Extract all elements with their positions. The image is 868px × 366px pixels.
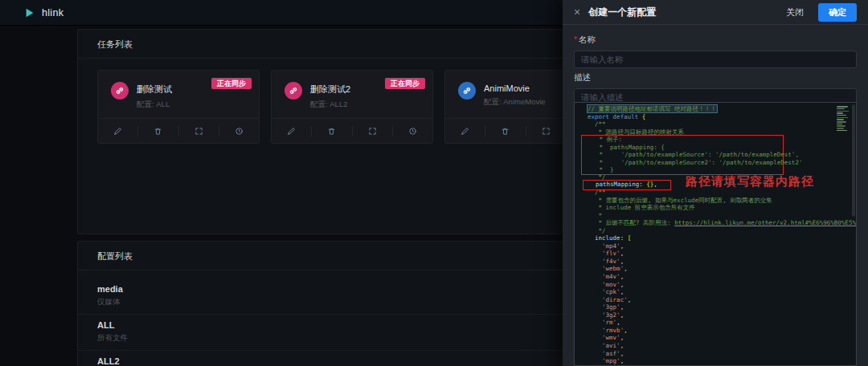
- minimap-mark: [837, 128, 844, 129]
- task-title: 删除测试2: [310, 83, 350, 96]
- name-input[interactable]: [574, 51, 857, 68]
- task-link-icon: [458, 82, 476, 100]
- editor-minimap: [837, 105, 850, 132]
- red-highlight-box: * 例子: * pathsMapping: { * '/path/to/exam…: [581, 135, 784, 175]
- code-line: * '/path/to/exampleSource2': '/path/to/e…: [588, 159, 783, 167]
- confirm-button[interactable]: 确定: [818, 3, 857, 22]
- description-label: 描述: [574, 72, 857, 83]
- code-line: '3gp',: [588, 303, 856, 311]
- name-label: 名称: [574, 35, 857, 46]
- minimap-mark: [837, 115, 846, 116]
- minimap-mark: [837, 108, 845, 110]
- code-line: 'mp4',: [588, 242, 856, 250]
- app-root: hlink 任务列表 删除测试配置: ALL正在同步删除测试2配置: ALL2正…: [0, 0, 868, 366]
- code-line: 'cpk',: [588, 288, 856, 296]
- delete-icon[interactable]: [152, 125, 164, 137]
- code-line: 'mpg',: [588, 357, 856, 365]
- divider: [526, 126, 526, 136]
- delete-icon[interactable]: [326, 125, 338, 137]
- code-line: 'mov',: [588, 281, 856, 289]
- task-config-ref: 配置: ALL2: [310, 100, 350, 110]
- code-line: * '/path/to/exampleSource': '/path/to/ex…: [588, 151, 783, 159]
- code-line: // 重要说明路径地址都请填写 绝对路径！！！: [588, 105, 856, 113]
- code-line: * 需要包含的后缀, 如果与exclude同时配置, 则取两者的交集: [588, 197, 856, 205]
- minimap-mark: [837, 112, 843, 114]
- code-line: 'f4v',: [588, 258, 856, 266]
- code-line: * 例子:: [588, 136, 783, 144]
- task-status-badge: 正在同步: [211, 78, 252, 89]
- code-line: * include 留空表示包含所有文件: [588, 204, 856, 212]
- close-icon[interactable]: ×: [574, 6, 580, 18]
- code-editor: // 重要说明路径地址都请填写 绝对路径！！！export default { …: [574, 102, 857, 366]
- minimap-mark: [837, 121, 846, 123]
- code-line: 'm4v',: [588, 273, 856, 281]
- close-button[interactable]: 关闭: [780, 3, 810, 22]
- task-card: 删除测试配置: ALL正在同步: [97, 70, 260, 144]
- task-link-icon: [111, 82, 129, 100]
- drawer-title: 创建一个新配置: [588, 6, 772, 19]
- task-link-icon: [285, 82, 302, 100]
- divider: [485, 126, 485, 136]
- minimap-mark: [837, 111, 849, 112]
- task-title: 删除测试: [137, 83, 172, 96]
- expand-icon[interactable]: [193, 125, 205, 137]
- drawer-header: × 创建一个新配置 关闭 确定: [563, 0, 868, 25]
- code-line: * pathsMapping: {: [588, 144, 783, 152]
- divider: [311, 126, 312, 136]
- code-line: pathsMapping: {},路径请填写容器内路径: [588, 181, 856, 189]
- code-line: 'rmvb',: [588, 327, 856, 335]
- code-line: /**: [588, 120, 856, 128]
- code-line: export default {: [588, 113, 856, 121]
- divider: [178, 126, 179, 136]
- code-line: */: [588, 227, 856, 235]
- code-line: 'wmv',: [588, 334, 856, 342]
- task-config-ref: 配置: ALL: [137, 100, 172, 110]
- task-status-badge: 正在同步: [385, 78, 425, 89]
- divider: [137, 126, 138, 136]
- task-action-bar: [272, 118, 432, 143]
- code-line: 'dirac',: [588, 296, 856, 304]
- minimap-mark: [837, 106, 848, 108]
- history-icon[interactable]: [407, 125, 419, 137]
- code-line: include: [: [588, 234, 856, 242]
- code-line: '3g2',: [588, 311, 856, 319]
- path-annotation: 路径请填写容器内路径: [686, 177, 814, 185]
- divider: [219, 126, 219, 136]
- minimap-mark: [837, 117, 848, 119]
- code-line: * 源路径与目标路径的映射关系: [588, 128, 856, 136]
- history-icon[interactable]: [233, 125, 245, 137]
- expand-icon[interactable]: [366, 125, 379, 137]
- edit-icon[interactable]: [285, 125, 297, 137]
- create-config-drawer: × 创建一个新配置 关闭 确定 名称 描述 // 重要说明路径地址都请填写 绝对…: [563, 0, 868, 366]
- minimap-mark: [837, 124, 842, 125]
- config-form: 名称 描述: [563, 25, 868, 106]
- minimap-mark: [837, 119, 844, 120]
- task-config-ref: 配置: AnimeMovie: [484, 97, 546, 108]
- task-title: AnimiMovie: [484, 83, 546, 93]
- code-line: 'rm',: [588, 319, 856, 327]
- edit-icon[interactable]: [112, 125, 124, 137]
- code-line: 'webm',: [588, 265, 856, 273]
- code-line: /**: [588, 189, 856, 197]
- hlink-logo-icon: [24, 7, 35, 18]
- code-line: *: [588, 212, 856, 220]
- task-card: 删除测试2配置: ALL2正在同步: [271, 70, 433, 144]
- expand-icon[interactable]: [540, 125, 552, 137]
- minimap-mark: [837, 125, 845, 127]
- code-line: * 后缀不匹配? 高阶用法: https://hlink.likun.me/ot…: [588, 219, 856, 227]
- task-action-bar: [98, 118, 259, 143]
- app-title: hlink: [42, 7, 63, 18]
- config-code-area[interactable]: // 重要说明路径地址都请填写 绝对路径！！！export default { …: [575, 103, 856, 365]
- editor-scrollbar[interactable]: [852, 104, 855, 217]
- minimap-mark: [837, 130, 847, 132]
- edit-icon[interactable]: [459, 125, 471, 137]
- delete-icon[interactable]: [499, 125, 511, 137]
- code-line: 'avi',: [588, 342, 856, 350]
- divider: [392, 126, 393, 136]
- code-line: 'asf',: [588, 350, 856, 358]
- code-line: 'flv',: [588, 250, 856, 258]
- divider: [352, 126, 353, 136]
